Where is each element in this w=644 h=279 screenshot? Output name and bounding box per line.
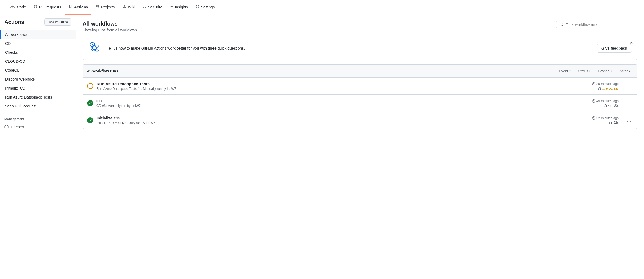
run-time: 45 minutes ago <box>592 99 619 103</box>
nav-wiki[interactable]: Wiki <box>119 2 138 11</box>
svg-point-2 <box>96 45 98 47</box>
sidebar-item-run-azure[interactable]: Run Azure Dataspace Tests <box>0 93 76 102</box>
sidebar-title: Actions <box>4 19 24 25</box>
run-detail: Run Azure Dataspace Tests #1: Manually r… <box>96 87 589 91</box>
nav-actions[interactable]: Actions <box>65 2 91 11</box>
actions-icon <box>69 5 73 9</box>
runs-header: 45 workflow runs Event ▾ Status ▾ Branch… <box>83 65 637 78</box>
run-detail: Initialize CD #20: Manually run by LeiW7 <box>96 121 589 125</box>
status-success-icon <box>87 100 93 106</box>
feedback-text: Tell us how to make GitHub Actions work … <box>107 46 592 50</box>
caches-icon <box>4 124 9 130</box>
run-row[interactable]: Initialize CD Initialize CD #20: Manuall… <box>83 112 637 129</box>
nav-settings[interactable]: Settings <box>192 2 218 11</box>
run-row[interactable]: Run Azure Dataspace Tests Run Azure Data… <box>83 78 637 95</box>
sidebar-divider <box>0 113 76 113</box>
run-info: Initialize CD Initialize CD #20: Manuall… <box>96 116 589 125</box>
feedback-actions-icon <box>88 41 102 55</box>
chevron-down-icon: ▾ <box>589 69 590 72</box>
runs-container: 45 workflow runs Event ▾ Status ▾ Branch… <box>83 64 637 129</box>
nav-code[interactable]: </> Code <box>7 3 29 11</box>
close-banner-button[interactable]: ✕ <box>628 40 634 46</box>
wiki-icon <box>123 5 126 9</box>
run-info: CD CD #8: Manually run by LeiW7 <box>96 99 589 108</box>
search-icon <box>559 22 563 27</box>
svg-point-3 <box>96 49 98 52</box>
run-name: Initialize CD <box>96 116 589 120</box>
search-box <box>556 21 637 28</box>
nav-insights[interactable]: Insights <box>166 2 191 11</box>
main-content: All workflows Showing runs from all work… <box>76 14 644 279</box>
feedback-banner: Tell us how to make GitHub Actions work … <box>83 37 637 60</box>
sidebar-item-all-workflows[interactable]: All workflows <box>0 30 76 39</box>
runs-filters: Event ▾ Status ▾ Branch ▾ Actor ▾ <box>556 68 633 74</box>
main-title-section: All workflows Showing runs from all work… <box>83 21 137 32</box>
run-more-button[interactable]: … <box>625 117 633 124</box>
filter-branch-button[interactable]: Branch ▾ <box>595 68 614 74</box>
insights-icon <box>170 5 173 9</box>
runs-count: 45 workflow runs <box>87 69 118 73</box>
run-time: 52 minutes ago <box>592 116 619 120</box>
run-name: CD <box>96 99 589 103</box>
nav-projects[interactable]: Projects <box>92 2 118 11</box>
svg-point-1 <box>92 47 95 50</box>
filter-status-button[interactable]: Status ▾ <box>576 68 593 74</box>
sidebar-item-discord-webhook[interactable]: Discord Webhook <box>0 75 76 84</box>
run-duration: 52s <box>609 121 619 125</box>
filter-actor-button[interactable]: Actor ▾ <box>617 68 633 74</box>
run-duration: In progress <box>598 87 619 90</box>
main-subtitle: Showing runs from all workflows <box>83 28 137 32</box>
new-workflow-button[interactable]: New workflow <box>44 18 71 26</box>
sidebar-item-checks[interactable]: Checks <box>0 48 76 57</box>
main-title: All workflows <box>83 21 137 27</box>
sidebar-item-codeql[interactable]: CodeQL <box>0 66 76 75</box>
settings-icon <box>196 5 199 9</box>
chevron-down-icon: ▾ <box>629 69 630 72</box>
run-row[interactable]: CD CD #8: Manually run by LeiW7 45 minut… <box>83 95 637 112</box>
filter-event-button[interactable]: Event ▾ <box>556 68 573 74</box>
run-meta: 52 minutes ago 52s <box>592 116 619 125</box>
chevron-down-icon: ▾ <box>569 69 571 72</box>
sidebar-header: Actions New workflow <box>0 18 76 30</box>
security-icon <box>143 5 146 9</box>
main-header: All workflows Showing runs from all work… <box>83 21 637 32</box>
sidebar: Actions New workflow All workflows CD Ch… <box>0 14 76 279</box>
sidebar-item-cloud-cd[interactable]: CLOUD-CD <box>0 57 76 66</box>
sidebar-item-initialize-cd[interactable]: Initialize CD <box>0 84 76 93</box>
give-feedback-button[interactable]: Give feedback <box>597 44 632 53</box>
status-in-progress-icon <box>87 83 93 89</box>
projects-icon <box>96 5 99 9</box>
code-icon: </> <box>10 5 15 9</box>
status-success-icon <box>87 117 93 123</box>
run-duration: 4m 50s <box>604 104 619 107</box>
nav-security[interactable]: Security <box>139 2 165 11</box>
chevron-down-icon: ▾ <box>611 69 612 72</box>
run-more-button[interactable]: … <box>625 83 633 90</box>
top-nav: </> Code Pull requests Actions Projects … <box>0 0 644 14</box>
run-time: 35 minutes ago <box>592 82 619 86</box>
run-meta: 35 minutes ago In progress <box>592 82 619 90</box>
management-label: Management <box>0 115 76 122</box>
sidebar-item-scan-pull-request[interactable]: Scan Pull Request <box>0 102 76 110</box>
pull-request-icon <box>34 5 37 9</box>
run-more-button[interactable]: … <box>625 100 633 107</box>
sidebar-item-caches[interactable]: Caches <box>0 122 76 132</box>
run-meta: 45 minutes ago 4m 50s <box>592 99 619 107</box>
main-layout: Actions New workflow All workflows CD Ch… <box>0 14 644 279</box>
run-info: Run Azure Dataspace Tests Run Azure Data… <box>96 81 589 91</box>
sidebar-item-cd[interactable]: CD <box>0 39 76 48</box>
search-input[interactable] <box>565 23 634 27</box>
run-name: Run Azure Dataspace Tests <box>96 81 589 86</box>
run-detail: CD #8: Manually run by LeiW7 <box>96 104 589 108</box>
nav-pull-requests[interactable]: Pull requests <box>30 2 64 11</box>
